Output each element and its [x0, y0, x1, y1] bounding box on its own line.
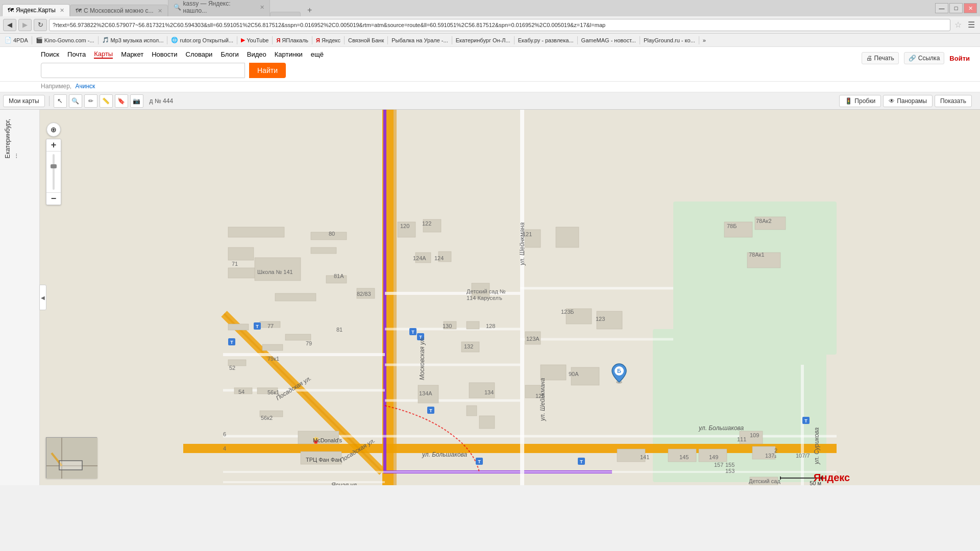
- draw-tool[interactable]: ✏: [84, 94, 97, 108]
- bookmark-svyaznoy[interactable]: Связной Банк: [346, 37, 386, 44]
- traffic-button[interactable]: 🚦 Пробки: [839, 95, 881, 107]
- svg-text:120: 120: [400, 223, 409, 229]
- zoom-plus-button[interactable]: +: [46, 139, 61, 152]
- link-button[interactable]: 🔗 Ссылка: [904, 52, 944, 64]
- svg-text:124: 124: [434, 255, 444, 261]
- bookmark-more[interactable]: »: [700, 37, 708, 44]
- svg-text:124А: 124А: [413, 255, 426, 261]
- search-button[interactable]: Найти: [249, 63, 286, 78]
- zoom-slider-track[interactable]: [46, 152, 61, 192]
- nav-mail[interactable]: Почта: [67, 51, 86, 58]
- svg-text:McDonald's: McDonald's: [313, 437, 342, 443]
- zoom-tool[interactable]: 🔍: [69, 94, 82, 108]
- bookmark-mp3[interactable]: 🎵Mp3 музыка испол...: [100, 36, 166, 44]
- map-area[interactable]: Екатеринбург,... ◀: [0, 110, 980, 485]
- maximize-button[interactable]: □: [949, 3, 963, 13]
- bookmark-sep8: [387, 36, 388, 44]
- nav-video[interactable]: Видео: [247, 51, 266, 58]
- search-input[interactable]: [41, 63, 245, 78]
- svg-text:114 Каруселъ: 114 Каруселъ: [467, 295, 502, 301]
- svg-text:78Ак2: 78Ак2: [756, 218, 772, 224]
- address-input[interactable]: [49, 19, 950, 31]
- svg-text:52: 52: [229, 365, 235, 371]
- ruler-tool[interactable]: 📏: [100, 94, 113, 108]
- minimize-button[interactable]: —: [935, 3, 948, 13]
- bookmark-yandex[interactable]: ЯЯндекс: [313, 37, 343, 44]
- svg-text:T: T: [411, 330, 414, 335]
- bookmark-youtube[interactable]: ▶YouTube: [238, 36, 271, 44]
- svg-rect-52: [479, 416, 495, 429]
- svg-text:149: 149: [709, 454, 718, 460]
- tab-label: Яндекс.Карты: [16, 7, 56, 14]
- svg-text:123Б: 123Б: [561, 309, 574, 315]
- printer-icon: 🖨: [866, 55, 872, 62]
- window-controls: — □ ✕: [935, 3, 980, 13]
- forward-button[interactable]: ▶: [18, 19, 32, 31]
- example-label: Например,: [41, 83, 71, 90]
- print-button[interactable]: 🖨 Печать: [862, 52, 899, 64]
- back-button[interactable]: ◀: [3, 19, 16, 31]
- example-row: Например, Ачинск: [0, 82, 980, 92]
- svg-text:111: 111: [737, 436, 746, 442]
- bookmark-eburg[interactable]: Екатеринбург Он-Л...: [453, 37, 513, 44]
- compass-button[interactable]: ⊕: [46, 122, 61, 137]
- tab-route[interactable]: 🗺 С Московской можно с... ✕: [70, 5, 168, 16]
- camera-tool[interactable]: 📷: [130, 94, 143, 108]
- cursor-tool[interactable]: ↖: [54, 94, 67, 108]
- my-maps-button[interactable]: Мои карты: [3, 95, 45, 107]
- map-svg: T T T T T T T: [40, 110, 980, 485]
- login-button[interactable]: Войти: [949, 55, 970, 62]
- refresh-button[interactable]: ↻: [34, 19, 47, 31]
- nav-news[interactable]: Новости: [152, 51, 177, 58]
- nav-dict[interactable]: Словари: [186, 51, 213, 58]
- example-value[interactable]: Ачинск: [76, 83, 95, 90]
- close-icon[interactable]: ✕: [60, 7, 64, 14]
- bookmark-sep1: [32, 36, 32, 44]
- svg-text:128: 128: [486, 323, 495, 329]
- svg-text:81: 81: [336, 327, 342, 333]
- nav-search[interactable]: Поиск: [41, 51, 59, 58]
- bookmark-4pda[interactable]: 📄4PDA: [2, 36, 31, 44]
- nav-blogs[interactable]: Блоги: [220, 51, 238, 58]
- svg-text:81А: 81А: [334, 273, 344, 279]
- panorama-button[interactable]: 👁 Панорамы: [883, 95, 933, 107]
- show-button[interactable]: Показать: [935, 95, 972, 107]
- svg-text:ул. Большакова: ул. Большакова: [422, 451, 468, 458]
- close-icon2[interactable]: ✕: [158, 8, 162, 14]
- tab-label3: kassy — Яндекс: нашло...: [183, 0, 256, 14]
- close-icon3[interactable]: ✕: [260, 4, 264, 11]
- bookmark-playground[interactable]: PlayGround.ru - ко...: [641, 37, 698, 44]
- nav-market[interactable]: Маркет: [121, 51, 143, 58]
- nav-maps[interactable]: Карты: [94, 50, 113, 59]
- bookmark-fishing[interactable]: Рыбалка на Урале -...: [389, 37, 450, 44]
- svg-text:134А: 134А: [419, 390, 432, 396]
- zoom-thumb[interactable]: [51, 164, 57, 168]
- svg-rect-21: [801, 365, 804, 485]
- tab-favicon: 🗺: [8, 7, 14, 14]
- bookmark-ekabu[interactable]: Екабу.ру - развлека...: [516, 37, 576, 44]
- sidebar-toggle[interactable]: ◀: [39, 285, 46, 310]
- bookmark-kino[interactable]: 🎬Kino-Govno.com -...: [33, 36, 97, 44]
- svg-text:ТРЦ Фан Фан: ТРЦ Фан Фан: [306, 457, 341, 463]
- tab-empty[interactable]: [270, 12, 301, 16]
- bookmark-gamemag[interactable]: GameMAG - новост...: [579, 37, 639, 44]
- mini-map[interactable]: [46, 437, 97, 478]
- bookmark-yaplakat[interactable]: ЯЯПлакаль: [274, 37, 311, 44]
- svg-text:Детский сад №: Детский сад №: [467, 288, 506, 294]
- svg-text:Детский сад: Детский сад: [749, 478, 780, 484]
- close-window-button[interactable]: ✕: [964, 3, 977, 13]
- tab-label2: С Московской можно с...: [84, 7, 154, 14]
- bookmark-tool[interactable]: 🔖: [115, 94, 128, 108]
- nav-images[interactable]: Картинки: [275, 51, 303, 58]
- zoom-minus-button[interactable]: −: [46, 192, 61, 205]
- tab-yandex-maps[interactable]: 🗺 Яндекс.Карты ✕: [2, 4, 70, 16]
- svg-text:Б: Б: [617, 368, 621, 374]
- tab-kassy[interactable]: 🔍 kassy — Яндекс: нашло... ✕: [168, 0, 270, 16]
- nav-more[interactable]: ещё: [311, 51, 324, 58]
- svg-rect-23: [228, 247, 254, 260]
- new-tab-button[interactable]: +: [303, 4, 317, 16]
- menu-icon[interactable]: ☰: [966, 20, 977, 30]
- bookmark-star-icon[interactable]: ☆: [952, 20, 964, 30]
- bookmark-rutor[interactable]: 🌐rutor.org Открытый...: [168, 36, 236, 44]
- svg-text:Яндекс: Яндекс: [814, 472, 850, 483]
